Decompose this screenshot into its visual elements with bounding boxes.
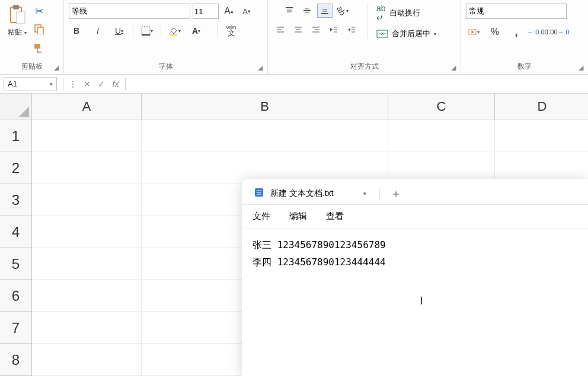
row-header[interactable]: 7 bbox=[0, 312, 32, 344]
group-label-alignment: 对齐方式 ◢ bbox=[273, 60, 456, 73]
fx-button[interactable]: fx bbox=[108, 77, 123, 91]
svg-rect-1 bbox=[13, 5, 19, 9]
wrap-text-button[interactable]: ab↵ 自动换行 bbox=[376, 4, 420, 23]
decrease-font-button[interactable]: A▾ bbox=[239, 4, 254, 18]
cell[interactable] bbox=[32, 152, 142, 184]
merge-center-button[interactable]: 合并后居中 ▾ bbox=[376, 28, 436, 39]
cell[interactable] bbox=[388, 120, 495, 152]
increase-decimal-button[interactable]: ←.0.00 bbox=[530, 25, 545, 39]
svg-rect-6 bbox=[142, 27, 150, 35]
row-header[interactable]: 5 bbox=[0, 248, 32, 280]
italic-button[interactable]: I bbox=[90, 24, 106, 38]
align-right-button[interactable] bbox=[308, 23, 324, 37]
cell[interactable] bbox=[495, 120, 588, 152]
align-middle-button[interactable] bbox=[299, 4, 315, 18]
unsaved-dot-icon: • bbox=[363, 188, 367, 199]
formula-bar: A1▾ ⋮ ✕ ✓ fx bbox=[0, 75, 588, 94]
cell[interactable] bbox=[32, 248, 142, 280]
underline-button[interactable]: U ▾ bbox=[111, 24, 127, 38]
font-name-select[interactable] bbox=[69, 4, 190, 19]
dialog-launcher-icon[interactable]: ◢ bbox=[54, 64, 59, 72]
svg-rect-2 bbox=[17, 12, 25, 24]
cell[interactable] bbox=[32, 280, 142, 312]
notepad-text-area[interactable]: 张三 1234567890123456789 李四 12345678901234… bbox=[242, 229, 588, 279]
text-cursor-icon: I bbox=[420, 295, 423, 307]
currency-button[interactable]: ▾ bbox=[466, 25, 481, 39]
row-header[interactable]: 1 bbox=[0, 120, 32, 152]
row-header[interactable]: 8 bbox=[0, 344, 32, 376]
group-label-font: 字体 ◢ bbox=[69, 60, 263, 73]
cell[interactable] bbox=[32, 184, 142, 216]
new-tab-button[interactable]: ＋ bbox=[391, 187, 401, 201]
number-format-select[interactable] bbox=[466, 4, 567, 19]
copy-icon[interactable] bbox=[34, 24, 44, 37]
name-box[interactable]: A1▾ bbox=[4, 77, 57, 91]
cell[interactable] bbox=[32, 120, 142, 152]
comma-style-button[interactable]: , bbox=[509, 25, 524, 39]
orientation-button[interactable]: ab▾ bbox=[335, 4, 350, 18]
group-label-number: 数字 ◢ bbox=[466, 60, 583, 73]
cut-icon[interactable]: ✂ bbox=[35, 5, 44, 18]
dialog-launcher-icon[interactable]: ◢ bbox=[451, 64, 456, 72]
font-size-select[interactable] bbox=[193, 4, 219, 19]
column-header[interactable]: B bbox=[142, 94, 388, 120]
chevron-down-icon[interactable]: ▾ bbox=[50, 81, 53, 87]
increase-indent-button[interactable] bbox=[344, 23, 359, 37]
align-bottom-button[interactable] bbox=[317, 4, 333, 18]
fill-color-button[interactable]: ▾ bbox=[167, 24, 183, 38]
column-headers: ABCD bbox=[32, 94, 588, 120]
chevron-down-icon: ▾ bbox=[24, 30, 27, 36]
percent-button[interactable]: % bbox=[487, 25, 503, 39]
accept-formula-button[interactable]: ✓ bbox=[94, 77, 108, 91]
column-header[interactable]: D bbox=[495, 94, 588, 120]
phonetic-guide-button[interactable]: wén文 bbox=[223, 24, 239, 38]
grip-icon[interactable]: ⋮ bbox=[66, 77, 80, 91]
formula-input[interactable] bbox=[128, 77, 588, 91]
column-header[interactable]: C bbox=[388, 94, 495, 120]
menu-edit[interactable]: 编辑 bbox=[289, 211, 307, 222]
wrap-text-icon: ab↵ bbox=[376, 4, 386, 23]
menu-file[interactable]: 文件 bbox=[253, 211, 270, 222]
cell[interactable] bbox=[32, 312, 142, 344]
notepad-menu: 文件 编辑 查看 bbox=[242, 205, 588, 229]
paste-label: 粘贴 bbox=[8, 28, 22, 36]
row-header[interactable]: 6 bbox=[0, 280, 32, 312]
clipboard-icon bbox=[7, 4, 27, 27]
align-left-button[interactable] bbox=[273, 23, 288, 37]
cell[interactable] bbox=[142, 120, 388, 152]
ribbon-group-font: A▴ A▾ B I U ▾ ▾ ▾ A▾ bbox=[64, 0, 268, 74]
ribbon-group-alignment: ab▾ ab↵ 自动换行 合并后居中 ▾ bbox=[268, 0, 461, 74]
notepad-icon bbox=[254, 187, 264, 200]
decrease-indent-button[interactable] bbox=[326, 23, 341, 37]
menu-view[interactable]: 查看 bbox=[326, 211, 344, 222]
row-header[interactable]: 4 bbox=[0, 216, 32, 248]
svg-rect-5 bbox=[34, 44, 40, 49]
group-label-clipboard: 剪贴板 ◢ bbox=[5, 60, 59, 73]
align-top-button[interactable] bbox=[282, 4, 297, 18]
svg-rect-8 bbox=[170, 34, 177, 36]
cell[interactable] bbox=[32, 344, 142, 376]
paste-button[interactable]: 粘贴 ▾ bbox=[5, 2, 30, 38]
cell[interactable] bbox=[32, 216, 142, 248]
notepad-tab[interactable]: 新建 文本文档.txt • bbox=[247, 184, 373, 203]
format-painter-icon[interactable] bbox=[33, 43, 45, 56]
align-center-button[interactable] bbox=[290, 23, 306, 37]
decrease-decimal-button[interactable]: .00→.0 bbox=[551, 25, 567, 39]
dialog-launcher-icon[interactable]: ◢ bbox=[258, 64, 263, 72]
notepad-tabbar: 新建 文本文档.txt • ＋ bbox=[242, 179, 588, 205]
font-color-button[interactable]: A▾ bbox=[188, 24, 204, 38]
select-all-corner[interactable] bbox=[0, 94, 32, 120]
dialog-launcher-icon[interactable]: ◢ bbox=[579, 64, 583, 72]
notepad-tab-title: 新建 文本文档.txt bbox=[270, 188, 334, 199]
ribbon: 粘贴 ▾ ✂ 剪贴板 ◢ A▴ A▾ bbox=[0, 0, 588, 75]
cancel-formula-button[interactable]: ✕ bbox=[80, 77, 94, 91]
bold-button[interactable]: B bbox=[69, 24, 84, 38]
ribbon-group-number: ▾ % , ←.0.00 .00→.0 数字 ◢ bbox=[461, 0, 588, 74]
column-header[interactable]: A bbox=[32, 94, 142, 120]
row-header[interactable]: 2 bbox=[0, 152, 32, 184]
ribbon-group-clipboard: 粘贴 ▾ ✂ 剪贴板 ◢ bbox=[0, 0, 64, 74]
row-headers: 12345678 bbox=[0, 120, 32, 376]
increase-font-button[interactable]: A▴ bbox=[221, 4, 237, 18]
row-header[interactable]: 3 bbox=[0, 184, 32, 216]
border-button[interactable]: ▾ bbox=[139, 24, 155, 38]
